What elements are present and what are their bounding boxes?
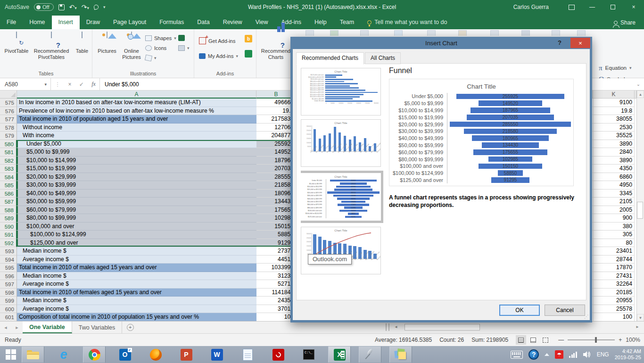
sheet-nav-left-icon[interactable]: ◄ <box>4 325 8 330</box>
new-sheet-button[interactable]: + <box>122 322 138 333</box>
equation-button[interactable]: πEquation▾ <box>593 62 644 74</box>
zoom-out-button[interactable]: — <box>558 337 564 343</box>
namebox-dropdown-icon[interactable]: ▾ <box>44 82 47 87</box>
cell-A600[interactable]: Average income $ <box>17 305 256 314</box>
people-graph-icon[interactable] <box>245 50 252 58</box>
cell-K598[interactable]: 20185 <box>593 289 635 297</box>
language-indicator[interactable]: ENG <box>597 351 609 358</box>
minimize-button[interactable]: — <box>582 0 603 14</box>
cell-A580[interactable]: Under $5,000 <box>17 140 256 148</box>
row-header-586[interactable]: 586 <box>0 190 17 198</box>
show-hidden-icons-chevron[interactable] <box>545 353 549 356</box>
icons-button[interactable]: Icons <box>145 43 176 53</box>
row-header-576[interactable]: 576 <box>0 107 17 116</box>
horizontal-scroll-thumb[interactable] <box>405 324 480 330</box>
cell-A578[interactable]: Without income <box>17 124 256 132</box>
row-header-584[interactable]: 584 <box>0 173 17 182</box>
cell-A582[interactable]: $10,000 to $14,999 <box>17 157 256 165</box>
cell-K586[interactable]: 3345 <box>593 190 635 198</box>
cell-K599[interactable]: 20955 <box>593 297 635 305</box>
row-header-601[interactable]: 601 <box>0 313 17 322</box>
cell-A593[interactable]: Median income $ <box>17 247 256 256</box>
cell-K596[interactable]: 27431 <box>593 272 635 280</box>
cell-A597[interactable]: Average income $ <box>17 280 256 289</box>
my-addins-button[interactable]: My Add-ins▾ <box>199 51 238 61</box>
cell-A591[interactable]: $100,000 to $124,999 <box>17 231 256 239</box>
tab-formulas[interactable]: Formulas <box>153 16 190 29</box>
cell-A586[interactable]: $40,000 to $49,999 <box>17 190 256 198</box>
row-header-582[interactable]: 582 <box>0 157 17 165</box>
row-header-577[interactable]: 577 <box>0 115 17 124</box>
recommended-pivottables-button[interactable]: ? RecommendedPivotTables <box>30 32 73 60</box>
cell-K600[interactable]: 25578 <box>593 305 635 314</box>
undo-icon[interactable]: ↶▾ <box>69 4 77 10</box>
chart-thumbnail-column[interactable]: Chart Title30000025000020000015000010000… <box>301 119 381 167</box>
taskbar-outlook[interactable]: O✓ <box>114 346 136 363</box>
row-header-591[interactable]: 591 <box>0 231 17 239</box>
chart-thumbnail-pareto[interactable]: Chart Title30000025000020000015000010000… <box>301 227 381 274</box>
cell-A589[interactable]: $80,000 to $99,999 <box>17 214 256 223</box>
row-header-598[interactable]: 598 <box>0 289 17 297</box>
dialog-help-button[interactable]: ? <box>553 37 567 48</box>
cell-A599[interactable]: Median income $ <box>17 297 256 305</box>
row-header-593[interactable]: 593 <box>0 247 17 256</box>
tab-home[interactable]: Home <box>23 16 51 29</box>
row-header-579[interactable]: 579 <box>0 132 17 140</box>
cell-A584[interactable]: $20,000 to $29,999 <box>17 173 256 182</box>
touch-mode-icon[interactable] <box>93 4 99 10</box>
dialog-close-button[interactable]: × <box>570 38 590 48</box>
tab-splitter[interactable] <box>386 323 389 331</box>
page-layout-view-button[interactable] <box>528 335 538 345</box>
cell-K578[interactable]: 2530 <box>593 124 635 132</box>
zoom-slider[interactable] <box>568 339 615 340</box>
tab-review[interactable]: Review <box>216 16 249 29</box>
ok-button[interactable]: OK <box>499 305 540 316</box>
row-header-596[interactable]: 596 <box>0 272 17 280</box>
cell-K592[interactable]: 80 <box>593 239 635 248</box>
taskbar-notepad[interactable] <box>236 346 259 363</box>
row-header-578[interactable]: 578 <box>0 124 17 132</box>
cell-A581[interactable]: $5,000 to $9,999 <box>17 148 256 157</box>
taskbar-excel[interactable]: X <box>328 346 351 363</box>
chart-thumbnail-bar[interactable]: Chart Title$125,000 and over$100,000 to … <box>301 68 381 116</box>
tab-team[interactable]: Team <box>333 16 361 29</box>
cell-K601[interactable]: 100 <box>593 313 635 322</box>
tab-view[interactable]: View <box>249 16 275 29</box>
cell-K597[interactable]: 32264 <box>593 280 635 289</box>
touch-keyboard-icon[interactable] <box>511 351 523 359</box>
cell-A576[interactable]: Prevalence of low income in 2010 based o… <box>17 107 256 116</box>
vertical-scroll-thumb[interactable] <box>637 202 643 219</box>
dialog-resize-grip[interactable]: ⋰ <box>584 314 589 319</box>
cell-A583[interactable]: $15,000 to $19,999 <box>17 165 256 173</box>
start-button[interactable] <box>0 346 22 363</box>
cell-A585[interactable]: $30,000 to $39,999 <box>17 181 256 190</box>
zoom-slider-thumb[interactable] <box>595 337 597 343</box>
cell-A577[interactable]: Total income in 2010 of population aged … <box>17 115 256 124</box>
close-button[interactable]: × <box>623 0 644 14</box>
cell-K575[interactable]: 9100 <box>593 99 635 107</box>
column-header-K[interactable]: K <box>593 91 635 99</box>
taskbar-acrobat[interactable] <box>267 346 289 363</box>
scroll-up-icon[interactable]: ▲ <box>637 91 644 98</box>
cell-K579[interactable]: 35525 <box>593 132 635 140</box>
maximize-button[interactable] <box>603 0 623 14</box>
redo-icon[interactable]: ↷▾ <box>82 4 89 10</box>
save-icon[interactable] <box>58 4 65 10</box>
taskbar-sticky-notes[interactable] <box>389 346 412 363</box>
tab-all-charts[interactable]: All Charts <box>365 52 401 64</box>
cell-K591[interactable]: 305 <box>593 231 635 239</box>
cell-K587[interactable]: 2105 <box>593 198 635 206</box>
column-header-A[interactable]: A <box>17 91 256 99</box>
select-all-corner[interactable] <box>0 91 17 99</box>
cell-A596[interactable]: Median income $ <box>17 272 256 280</box>
shapes-button[interactable]: Shapes▾ <box>145 33 176 43</box>
tab-page-layout[interactable]: Page Layout <box>107 16 153 29</box>
cell-A587[interactable]: $50,000 to $59,999 <box>17 198 256 206</box>
cell-K583[interactable]: 4350 <box>593 165 635 173</box>
cell-K581[interactable]: 2840 <box>593 148 635 157</box>
insert-function-icon[interactable]: fx <box>91 81 96 88</box>
row-header-594[interactable]: 594 <box>0 256 17 264</box>
tab-help[interactable]: Help <box>308 16 333 29</box>
horizontal-scrollbar[interactable]: ◄ ► <box>392 322 641 332</box>
cell-K584[interactable]: 6860 <box>593 173 635 182</box>
